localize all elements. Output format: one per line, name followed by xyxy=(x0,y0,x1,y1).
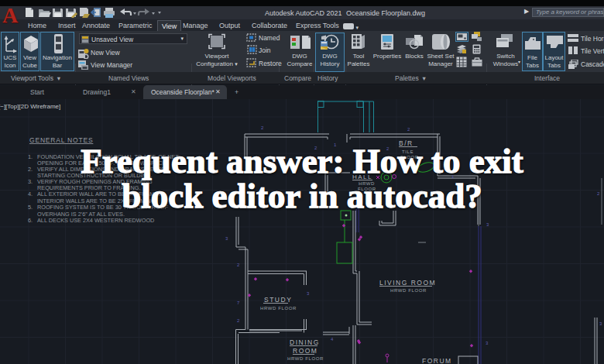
svg-text:HRWD FLOOR: HRWD FLOOR xyxy=(260,306,297,311)
svg-text:7: 7 xyxy=(237,300,240,305)
svg-text:3: 3 xyxy=(225,236,228,241)
svg-text:3: 3 xyxy=(307,291,310,296)
svg-text:FORUM: FORUM xyxy=(422,357,452,364)
svg-text:ALL DECKS USE 2X4 WESTERN REDW: ALL DECKS USE 2X4 WESTERN REDWOOD xyxy=(37,217,154,224)
svg-text:DINING: DINING xyxy=(290,338,320,346)
svg-text:2: 2 xyxy=(261,125,264,130)
svg-text:ROOM: ROOM xyxy=(293,347,317,355)
svg-text:2: 2 xyxy=(237,263,240,267)
svg-text:6.: 6. xyxy=(28,217,33,224)
svg-text:HRWD FLOOR: HRWD FLOOR xyxy=(390,288,427,293)
svg-text:3: 3 xyxy=(599,321,602,326)
svg-text:[−][Top][2D Wireframe]: [−][Top][2D Wireframe] xyxy=(0,103,60,110)
svg-text:2: 2 xyxy=(407,127,410,132)
svg-text:HRWD FLOOR: HRWD FLOOR xyxy=(287,356,324,361)
svg-text:2: 2 xyxy=(237,318,240,323)
svg-text:STUDY: STUDY xyxy=(264,296,292,304)
svg-text:LIVING ROOM: LIVING ROOM xyxy=(379,279,436,287)
svg-text:3: 3 xyxy=(486,222,489,227)
svg-text:3: 3 xyxy=(486,341,489,345)
